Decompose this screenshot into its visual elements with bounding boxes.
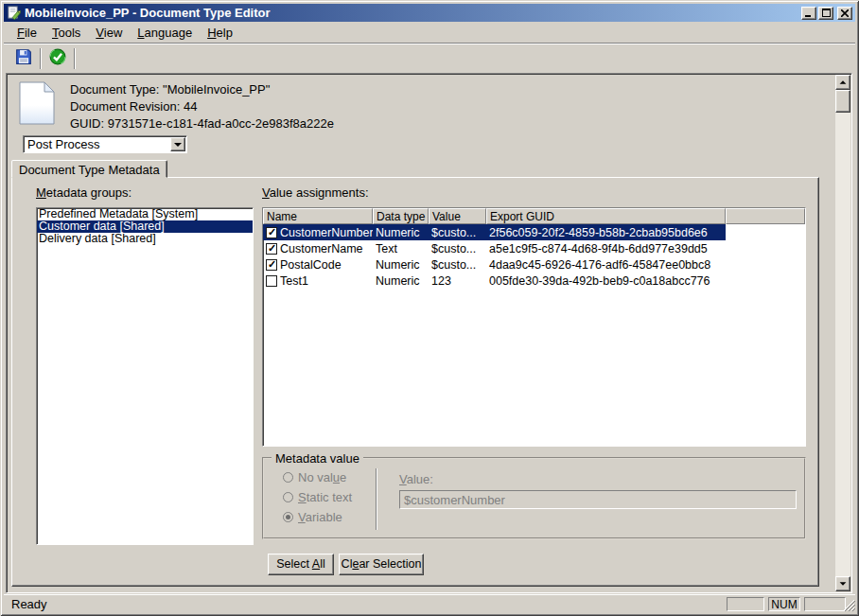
radio-icon	[283, 512, 293, 522]
menu-file[interactable]: File	[9, 24, 44, 42]
table-cell: Numeric	[373, 256, 429, 273]
combobox-dropdown-button[interactable]	[170, 137, 185, 151]
groupbox-separator	[376, 468, 377, 530]
value-label: Value:	[399, 472, 433, 486]
radio-icon	[283, 472, 293, 483]
table-row[interactable]: Test1Numeric123005fde30-39da-492b-beb9-c…	[263, 273, 805, 289]
status-panel	[804, 597, 846, 611]
vertical-scrollbar[interactable]	[835, 75, 850, 591]
process-combobox[interactable]: Post Process	[23, 135, 187, 153]
cell-text: a5e1c9f5-c874-4d68-9f4b-6dd977e39dd5	[489, 242, 708, 255]
metadata-value-groupbox: Metadata value No valueStatic textVariab…	[262, 457, 806, 539]
toolbar	[4, 43, 855, 73]
clear-selection-button[interactable]: Clear Selection	[339, 554, 424, 575]
table-cell-empty	[726, 224, 805, 240]
table-cell: $custo...	[429, 224, 486, 240]
title-bar: MobileInvoice_PP - Document Type Editor	[4, 4, 855, 22]
table-row[interactable]: CustomerNameText$custo...a5e1c9f5-c874-4…	[263, 240, 805, 256]
status-bar: Ready NUM	[4, 594, 855, 612]
chevron-up-icon	[840, 80, 847, 83]
toolbar-separator	[74, 48, 76, 69]
value-assignments-label: Value assignments:	[262, 185, 369, 200]
validate-button[interactable]	[46, 47, 69, 70]
process-combobox-value: Post Process	[27, 137, 169, 151]
cell-text: Text	[376, 242, 397, 255]
status-message: Ready	[11, 597, 47, 611]
table-cell: $custo...	[429, 240, 486, 256]
column-header-value[interactable]: Value	[429, 208, 486, 224]
menu-bar: FileToolsViewLanguageHelp	[4, 23, 855, 43]
radio-label: Static text	[298, 490, 352, 504]
table-cell: $custo...	[429, 256, 486, 273]
radio-option-variable: Variable	[283, 510, 352, 524]
table-cell: Numeric	[373, 224, 429, 240]
menu-help[interactable]: Help	[200, 24, 240, 42]
column-header-data-type[interactable]: Data type	[373, 208, 429, 224]
radio-option-static-text: Static text	[283, 490, 352, 504]
window-title: MobileInvoice_PP - Document Type Editor	[25, 6, 799, 20]
menu-view[interactable]: View	[88, 24, 130, 42]
table-row[interactable]: CustomerNumberNumeric$custo...2f56c059-2…	[263, 224, 805, 240]
column-header-name[interactable]: Name	[263, 208, 373, 224]
minimize-button[interactable]	[801, 7, 816, 20]
column-header-empty[interactable]	[726, 208, 805, 224]
radio-label: No value	[298, 470, 346, 484]
status-panel-num: NUM	[768, 597, 800, 611]
save-icon	[15, 48, 32, 68]
table-cell: CustomerNumber	[263, 224, 373, 240]
cell-text: CustomerNumber	[280, 226, 373, 239]
table-cell-empty	[726, 240, 805, 256]
value-field	[399, 490, 797, 509]
maximize-button[interactable]	[818, 7, 833, 20]
cell-text: Numeric	[376, 258, 420, 272]
listview-header: NameData typeValueExport GUID	[263, 208, 805, 224]
chevron-down-icon	[840, 582, 847, 585]
cell-text: Numeric	[376, 226, 420, 239]
metadata-groups-list: Predefined Metadata [System]Customer dat…	[36, 207, 254, 545]
listview-body: CustomerNumberNumeric$custo...2f56c059-2…	[263, 224, 805, 289]
table-cell: Numeric	[373, 273, 429, 289]
cell-text: PostalCode	[280, 258, 342, 272]
table-cell: a5e1c9f5-c874-4d68-9f4b-6dd977e39dd5	[486, 240, 726, 256]
radio-group: No valueStatic textVariable	[283, 470, 352, 530]
table-cell: CustomerName	[263, 240, 373, 256]
scroll-up-button[interactable]	[835, 75, 850, 90]
cell-text: 4daa9c45-6926-4176-adf6-45847ee0bbc8	[489, 258, 710, 272]
row-checkbox[interactable]	[266, 227, 277, 238]
cell-text: Numeric	[376, 274, 420, 288]
main-panel: Document Type: "MobileInvoice_PP" Docume…	[6, 73, 852, 593]
menu-language[interactable]: Language	[130, 24, 200, 42]
table-cell: Test1	[263, 273, 373, 289]
tab-document-type-metadata[interactable]: Document Type Metadata	[11, 160, 167, 178]
column-header-export-guid[interactable]: Export GUID	[486, 208, 726, 224]
metadata-value-title: Metadata value	[272, 451, 363, 466]
save-button[interactable]	[12, 47, 35, 70]
application-window: MobileInvoice_PP - Document Type Editor …	[0, 0, 859, 616]
select-all-button[interactable]: Select All	[268, 554, 334, 575]
cell-text: Test1	[280, 274, 308, 288]
row-checkbox[interactable]	[266, 243, 277, 255]
table-cell-empty	[726, 273, 805, 289]
scroll-down-button[interactable]	[835, 576, 850, 591]
cell-text: $custo...	[431, 242, 476, 255]
menu-tools[interactable]: Tools	[44, 24, 88, 42]
validate-icon	[49, 48, 66, 68]
table-row[interactable]: PostalCodeNumeric$custo...4daa9c45-6926-…	[263, 256, 805, 273]
cell-text: 005fde30-39da-492b-beb9-c0a18abcc776	[489, 274, 710, 288]
table-cell-empty	[726, 256, 805, 273]
cell-text: 2f56c059-20f2-4859-b58b-2cbab95bd6e6	[489, 226, 708, 239]
document-type-line: Document Type: "MobileInvoice_PP"	[70, 82, 270, 97]
tab-page: Metadata groups: Predefined Metadata [Sy…	[11, 177, 819, 587]
table-cell: 005fde30-39da-492b-beb9-c0a18abcc776	[486, 273, 726, 289]
chevron-down-icon	[174, 143, 182, 147]
document-revision-line: Document Revision: 44	[70, 99, 197, 114]
list-item[interactable]: Delivery data [Shared]	[37, 233, 253, 245]
scrollbar-thumb[interactable]	[835, 90, 850, 113]
resize-grip[interactable]	[843, 599, 855, 611]
close-button[interactable]	[837, 7, 852, 20]
row-checkbox[interactable]	[266, 259, 277, 271]
document-guid-line: GUID: 9731571e-c181-4fad-a0cc-2e983f8a22…	[70, 116, 334, 131]
cell-text: CustomerName	[280, 242, 363, 255]
row-checkbox[interactable]	[266, 275, 277, 287]
table-cell: PostalCode	[263, 256, 373, 273]
